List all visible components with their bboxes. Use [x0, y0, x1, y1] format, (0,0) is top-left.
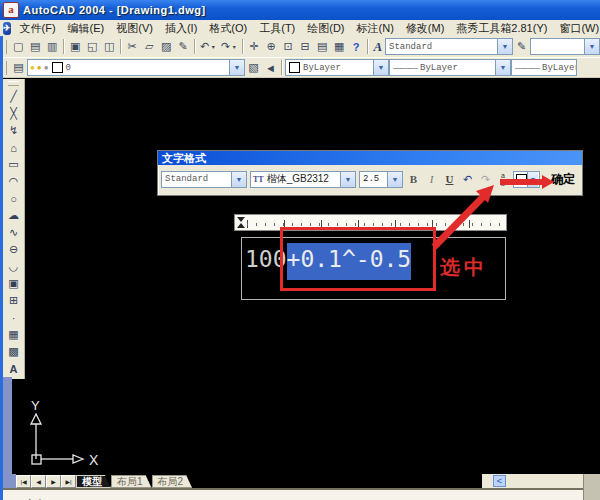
chevron-down-icon[interactable]: ▼ — [231, 172, 246, 187]
linetype-sample: ——— — [393, 63, 417, 73]
tab-layout1[interactable]: 布局1 — [111, 475, 152, 488]
rectangle-icon[interactable]: ▭ — [5, 156, 22, 173]
text-format-dialog: 文字格式 Standard ▼ TT 楷体_GB2312 ▼ 2.5 ▼ B I… — [157, 150, 583, 196]
menu-edit[interactable]: 编辑(E) — [62, 20, 111, 37]
layers-icon[interactable]: ▤ — [10, 59, 27, 76]
menu-window[interactable]: 窗口(W) — [553, 20, 600, 37]
menu-dimension[interactable]: 标注(N) — [351, 20, 400, 37]
layer-previous-icon[interactable]: ◄ — [262, 59, 279, 76]
title-bar[interactable]: a AutoCAD 2004 - [Drawing1.dwg] — [0, 0, 600, 20]
ellipse-arc-icon[interactable]: ◡ — [5, 258, 22, 275]
next-tab-button[interactable]: ▶ — [46, 475, 61, 488]
designcenter-icon[interactable]: ▦ — [331, 38, 348, 55]
undo-icon[interactable]: ↶ — [460, 171, 475, 187]
line-icon[interactable]: ╱ — [5, 88, 22, 105]
chevron-down-icon[interactable]: ▼ — [373, 60, 388, 75]
menu-insert[interactable]: 插入(I) — [159, 20, 203, 37]
publish-icon[interactable]: ◫ — [101, 38, 118, 55]
mtext-icon[interactable]: A — [5, 360, 22, 377]
arc-icon[interactable]: ◠ — [5, 173, 22, 190]
text-style-combo[interactable]: Standard ▼ — [385, 38, 513, 55]
lineweight-combo[interactable]: ——— ByLayer — [511, 59, 577, 76]
tab-model[interactable]: 模型 — [76, 475, 111, 488]
text-color-combo[interactable]: ▼ — [513, 171, 540, 188]
plot-preview-icon[interactable]: ◱ — [84, 38, 101, 55]
tab-layout2[interactable]: 布局2 — [152, 475, 193, 488]
menu-view[interactable]: 视图(V) — [110, 20, 159, 37]
plot-icon[interactable]: ▣ — [67, 38, 84, 55]
prev-tab-button[interactable]: ◀ — [31, 475, 46, 488]
truetype-icon: TT — [253, 175, 264, 184]
chevron-down-icon[interactable]: ▼ — [340, 172, 355, 187]
command-line[interactable]: 命令: — [3, 488, 583, 500]
chevron-down-icon[interactable]: ▼ — [495, 60, 510, 75]
redo-dropdown-icon[interactable]: ▾ — [233, 43, 240, 50]
menu-format[interactable]: 格式(O) — [203, 20, 253, 37]
undo-dropdown-icon[interactable]: ▾ — [212, 43, 219, 50]
hatch-icon[interactable]: ▦ — [5, 326, 22, 343]
dim-style-icon[interactable]: ✎ — [513, 38, 530, 55]
chevron-down-icon[interactable]: ▼ — [497, 39, 512, 54]
height-value: 2.5 — [360, 174, 387, 184]
zoom-previous-icon[interactable]: ⊟ — [297, 38, 314, 55]
autocad-window: a AutoCAD 2004 - [Drawing1.dwg] ✈ 文件(F) … — [0, 0, 600, 500]
new-file-icon[interactable]: ▢ — [10, 38, 27, 55]
spline-icon[interactable]: ∿ — [5, 224, 22, 241]
zoom-realtime-icon[interactable]: ⊕ — [263, 38, 280, 55]
text-style-icon[interactable]: A — [371, 39, 385, 55]
insert-block-icon[interactable]: ▣ — [5, 275, 22, 292]
save-icon[interactable]: ▥ — [44, 38, 61, 55]
first-tab-button[interactable]: |◀ — [16, 475, 31, 488]
height-combo[interactable]: 2.5 ▼ — [359, 171, 403, 188]
chevron-down-icon[interactable]: ▼ — [527, 172, 538, 187]
linetype-combo[interactable]: ——— ByLayer ▼ — [389, 59, 511, 76]
pan-icon[interactable]: ✛ — [246, 38, 263, 55]
properties-icon[interactable]: ▤ — [314, 38, 331, 55]
dim-style-combo[interactable]: ▼ — [530, 38, 600, 55]
menu-file[interactable]: 文件(F) — [14, 20, 62, 37]
ruler-minor-ticks — [247, 223, 502, 226]
last-tab-button[interactable]: ▶| — [61, 475, 76, 488]
cut-icon[interactable]: ✂ — [124, 38, 141, 55]
italic-button[interactable]: I — [424, 171, 439, 187]
menu-tools[interactable]: 工具(T) — [253, 20, 301, 37]
drawing-menu-icon[interactable]: ✈ — [3, 22, 11, 35]
chevron-down-icon[interactable]: ▼ — [229, 60, 244, 75]
ok-button[interactable]: 确定 — [551, 171, 575, 188]
toolbar-separator — [120, 39, 122, 54]
revision-cloud-icon[interactable]: ☁ — [5, 207, 22, 224]
chevron-down-icon[interactable]: ▼ — [387, 172, 402, 187]
scroll-left-icon[interactable]: < — [493, 475, 506, 487]
circle-icon[interactable]: ○ — [5, 190, 22, 207]
menu-modify[interactable]: 修改(M) — [400, 20, 451, 37]
color-combo[interactable]: ByLayer ▼ — [285, 59, 389, 76]
make-block-icon[interactable]: ⊞ — [5, 292, 22, 309]
copy-icon[interactable]: ▱ — [141, 38, 158, 55]
chevron-down-icon[interactable]: ▼ — [584, 39, 599, 54]
dialog-title[interactable]: 文字格式 — [158, 151, 582, 165]
stack-fraction-button[interactable]: a b — [496, 172, 510, 187]
paste-icon[interactable]: ▨ — [158, 38, 175, 55]
toolbar-grip[interactable] — [8, 81, 19, 86]
polyline-icon[interactable]: ↯ — [5, 122, 22, 139]
make-layer-current-icon[interactable]: ▧ — [245, 59, 262, 76]
menu-yanxiu-toolbox[interactable]: 燕秀工具箱2.81(Y) — [450, 20, 553, 37]
help-icon[interactable]: ? — [348, 38, 365, 55]
region-icon[interactable]: ▩ — [5, 343, 22, 360]
underline-button[interactable]: U — [442, 171, 457, 187]
open-file-icon[interactable]: ▤ — [27, 38, 44, 55]
layer-combo[interactable]: ● ● ● 0 ▼ — [27, 59, 245, 76]
style-combo[interactable]: Standard ▼ — [161, 171, 247, 188]
construction-line-icon[interactable]: ╳ — [5, 105, 22, 122]
redo-icon[interactable]: ↷ — [478, 171, 493, 187]
ellipse-icon[interactable]: ⊖ — [5, 241, 22, 258]
undo-icon[interactable]: ↶ — [198, 38, 212, 55]
polygon-icon[interactable]: ⌂ — [5, 139, 22, 156]
zoom-window-icon[interactable]: ⊡ — [280, 38, 297, 55]
redo-icon[interactable]: ↷ — [219, 38, 233, 55]
bold-button[interactable]: B — [406, 171, 421, 187]
menu-draw[interactable]: 绘图(D) — [301, 20, 350, 37]
match-properties-icon[interactable]: ✎ — [175, 38, 192, 55]
font-combo[interactable]: TT 楷体_GB2312 ▼ — [250, 171, 356, 188]
point-icon[interactable]: · — [5, 309, 22, 326]
